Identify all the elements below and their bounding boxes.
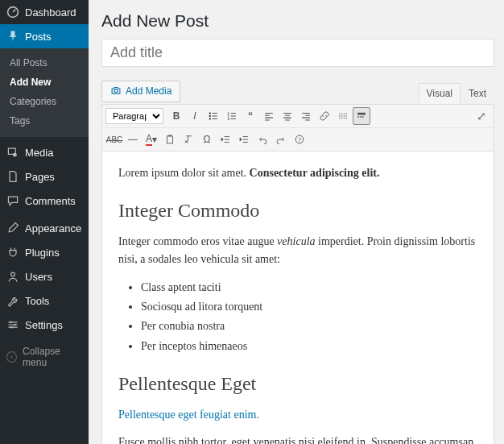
sidebar-label: Plugins — [25, 247, 60, 259]
sidebar-label: Tools — [25, 295, 49, 307]
sidebar-item-plugins[interactable]: Plugins — [0, 240, 89, 264]
sidebar-item-tools[interactable]: Tools — [0, 288, 89, 313]
main-content: Add New Post Add Media Visual Text Parag… — [89, 0, 504, 444]
paragraph: Lorem ipsum dolor sit amet. Consectetur … — [118, 164, 477, 182]
pin-icon — [6, 30, 19, 43]
sidebar-label: Posts — [25, 31, 52, 43]
page-icon — [6, 170, 19, 183]
sidebar-label: Appearance — [25, 222, 81, 234]
post-title-input[interactable] — [101, 39, 494, 67]
list-item: Per inceptos himenaeos — [141, 338, 477, 355]
link-button[interactable] — [316, 107, 333, 125]
editor-content[interactable]: Lorem ipsum dolor sit amet. Consectetur … — [101, 151, 494, 444]
collapse-label: Collapse menu — [23, 346, 82, 368]
add-media-button[interactable]: Add Media — [101, 81, 180, 102]
sidebar-item-media[interactable]: Media — [0, 140, 89, 164]
plug-icon — [6, 246, 19, 259]
fullscreen-button[interactable]: ⤢ — [473, 107, 490, 125]
content-link[interactable]: Pellentesque eget feugiat enim. — [118, 409, 259, 421]
svg-rect-18 — [169, 135, 171, 136]
undo-button[interactable] — [254, 131, 271, 148]
comment-icon — [6, 194, 19, 207]
svg-point-3 — [10, 322, 11, 323]
tab-text[interactable]: Text — [461, 83, 494, 104]
paragraph: Pellentesque eget feugiat enim. — [118, 406, 477, 424]
toolbar-toggle-button[interactable] — [353, 107, 370, 125]
sidebar-label: Users — [25, 271, 52, 283]
svg-point-7 — [209, 112, 211, 114]
sliders-icon — [6, 318, 19, 331]
submenu-all-posts[interactable]: All Posts — [0, 53, 89, 73]
sidebar-item-posts[interactable]: Posts — [0, 24, 89, 48]
dashboard-icon — [6, 6, 19, 19]
sidebar-item-comments[interactable]: Comments — [0, 189, 89, 213]
list-item: Sociosqu ad litora torquent — [141, 298, 477, 316]
svg-point-6 — [114, 89, 118, 92]
horizontal-rule-button[interactable]: — — [124, 131, 142, 148]
svg-point-8 — [209, 115, 211, 117]
align-left-button[interactable] — [260, 107, 278, 125]
paste-text-button[interactable] — [161, 131, 179, 148]
tab-visual[interactable]: Visual — [419, 83, 461, 104]
svg-point-1 — [13, 153, 17, 157]
submenu-add-new[interactable]: Add New — [0, 73, 89, 92]
sidebar-item-pages[interactable]: Pages — [0, 164, 89, 189]
media-icon — [6, 146, 19, 159]
redo-button[interactable] — [272, 131, 290, 148]
svg-text:?: ? — [298, 137, 301, 143]
sidebar-item-settings[interactable]: Settings — [0, 313, 89, 337]
sidebar-label: Media — [25, 147, 53, 159]
align-right-button[interactable] — [297, 107, 315, 125]
brush-icon — [6, 222, 19, 234]
sidebar-label: Settings — [25, 319, 63, 331]
admin-sidebar: Dashboard Posts All Posts Add New Catego… — [0, 0, 89, 444]
bold-button[interactable]: B — [167, 107, 185, 125]
sidebar-item-users[interactable]: Users — [0, 264, 89, 288]
format-select[interactable]: Paragraph — [105, 108, 163, 124]
list-item: Class aptent taciti — [141, 279, 477, 297]
paragraph: Integer commodo eros vitae augue vehicul… — [118, 233, 477, 269]
clear-format-button[interactable] — [180, 131, 197, 148]
text-color-button[interactable]: A ▾ — [143, 131, 160, 148]
bullet-list-button[interactable] — [204, 107, 222, 125]
collapse-menu[interactable]: ‹ Collapse menu — [0, 340, 89, 374]
user-icon — [6, 270, 19, 283]
svg-rect-15 — [360, 116, 361, 118]
svg-rect-17 — [167, 136, 173, 143]
indent-button[interactable] — [235, 131, 253, 148]
svg-rect-14 — [357, 116, 359, 118]
special-char-button[interactable]: Ω — [198, 131, 216, 148]
heading: Integer Commodo — [118, 195, 477, 226]
insert-more-button[interactable] — [334, 107, 352, 125]
sidebar-label: Pages — [25, 171, 55, 183]
svg-text:3: 3 — [227, 117, 229, 121]
svg-rect-13 — [357, 113, 366, 115]
keyboard-help-button[interactable]: ? — [291, 131, 308, 148]
page-title: Add New Post — [101, 11, 494, 31]
svg-point-5 — [10, 326, 12, 328]
sidebar-label: Comments — [25, 195, 76, 207]
svg-point-4 — [14, 324, 15, 326]
sidebar-item-dashboard[interactable]: Dashboard — [0, 0, 89, 24]
submenu-categories[interactable]: Categories — [0, 92, 89, 111]
italic-button[interactable]: I — [186, 107, 204, 125]
camera-icon — [110, 85, 122, 98]
svg-point-2 — [11, 272, 15, 276]
numbered-list-button[interactable]: 123 — [223, 107, 241, 125]
sidebar-label: Dashboard — [25, 6, 76, 19]
submenu-tags[interactable]: Tags — [0, 111, 89, 131]
heading: Pellentesque Eget — [118, 368, 477, 399]
blockquote-button[interactable]: “ — [242, 107, 259, 125]
collapse-icon: ‹ — [6, 351, 17, 363]
paragraph: Fusce mollis nibh tortor, eget venenatis… — [118, 434, 477, 444]
sidebar-item-appearance[interactable]: Appearance — [0, 216, 89, 240]
list-item: Per conubia nostra — [141, 317, 477, 335]
add-media-label: Add Media — [126, 85, 171, 97]
align-center-button[interactable] — [279, 107, 296, 125]
strikethrough-button[interactable]: ABC — [105, 131, 123, 148]
svg-point-9 — [209, 118, 211, 119]
unordered-list: Class aptent taciti Sociosqu ad litora t… — [141, 279, 477, 356]
wrench-icon — [6, 294, 19, 307]
sidebar-submenu: All Posts Add New Categories Tags — [0, 48, 89, 137]
outdent-button[interactable] — [217, 131, 234, 148]
